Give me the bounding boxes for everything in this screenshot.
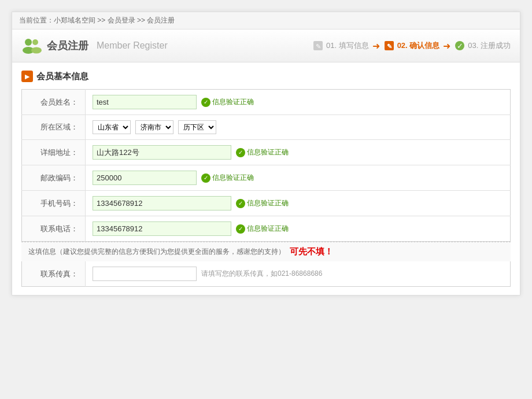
mobile-valid-msg: ✓ 信息验证正确 (236, 198, 289, 208)
svg-text:▶: ▶ (25, 73, 30, 80)
step-3: ✓ 03. 注册成功 (454, 40, 511, 51)
breadcrumb: 当前位置：小郑域名空间 >> 会员登录 >> 会员注册 (12, 12, 520, 29)
step-1-label: 01. 填写信息 (326, 40, 369, 51)
name-valid-msg: ✓ 信息验证正确 (201, 97, 254, 107)
members-icon (21, 35, 42, 56)
section-header: ▶ 会员基本信息 (21, 71, 511, 82)
zip-input[interactable] (93, 171, 197, 185)
optional-note: 这填信息（建议您提供完整的信息方便我们为您提供更全面的服务，感谢您的支持） 可先… (21, 242, 511, 261)
table-row-fax: 联系传真： 请填写您的联系传真，如021-86868686 (22, 261, 511, 287)
province-select[interactable]: 山东省 (93, 120, 131, 134)
step-1: ✎ 01. 填写信息 (312, 40, 369, 51)
address-valid-icon: ✓ (236, 148, 245, 157)
header-left: 会员注册 Member Register (21, 35, 168, 56)
fax-table: 联系传真： 请填写您的联系传真，如021-86868686 (21, 261, 511, 287)
mobile-valid-icon: ✓ (236, 199, 245, 208)
svg-point-0 (25, 39, 32, 46)
step-2-label: 02. 确认信息 (397, 40, 440, 51)
svg-text:✓: ✓ (457, 42, 463, 50)
table-row: 邮政编码： ✓ 信息验证正确 (22, 165, 511, 191)
content: ▶ 会员基本信息 会员姓名： ✓ 信息验证正确 (12, 62, 520, 295)
table-row: 所在区域： 山东省 济南市 历下区 (22, 115, 511, 140)
field-value-name: ✓ 信息验证正确 (86, 90, 511, 115)
field-label-fax: 联系传真： (22, 261, 86, 287)
svg-text:✎: ✎ (386, 43, 391, 50)
step1-icon: ✎ (312, 40, 324, 51)
section-title: 会员基本信息 (36, 71, 88, 82)
city-select[interactable]: 济南市 (135, 120, 173, 134)
zip-valid-icon: ✓ (201, 173, 210, 183)
address-valid-msg: ✓ 信息验证正确 (236, 147, 289, 157)
field-label-name: 会员姓名： (22, 90, 86, 115)
step2-icon: ✎ (383, 40, 395, 51)
steps: ✎ 01. 填写信息 ➜ ✎ 02. 确认信息 ➜ ✓ 03. 注册成功 (312, 40, 511, 51)
field-value-region: 山东省 济南市 历下区 (86, 115, 511, 140)
arrow-2: ➜ (443, 40, 450, 51)
page-header: 会员注册 Member Register ✎ 01. 填写信息 ➜ ✎ 02. … (12, 29, 520, 62)
step3-icon: ✓ (454, 40, 466, 51)
field-value-address: ✓ 信息验证正确 (86, 140, 511, 165)
can-skip-label: 可先不填！ (290, 246, 333, 257)
name-input[interactable] (93, 95, 197, 109)
field-value-mobile: ✓ 信息验证正确 (86, 191, 511, 216)
form-table: 会员姓名： ✓ 信息验证正确 所在区域： (21, 89, 511, 242)
fax-hint: 请填写您的联系传真，如021-86868686 (201, 269, 322, 279)
field-label-zip: 邮政编码： (22, 165, 86, 191)
mobile-input[interactable] (93, 196, 231, 210)
district-select[interactable]: 历下区 (178, 120, 216, 134)
phone-valid-msg: ✓ 信息验证正确 (236, 224, 289, 234)
phone-valid-icon: ✓ (236, 224, 245, 234)
field-label-mobile: 手机号码： (22, 191, 86, 216)
name-valid-icon: ✓ (201, 98, 210, 107)
field-label-address: 详细地址： (22, 140, 86, 165)
table-row: 手机号码： ✓ 信息验证正确 (22, 191, 511, 216)
field-label-phone: 联系电话： (22, 216, 86, 242)
svg-text:✎: ✎ (315, 43, 320, 50)
optional-note-text: 这填信息（建议您提供完整的信息方便我们为您提供更全面的服务，感谢您的支持） (28, 247, 285, 257)
field-value-zip: ✓ 信息验证正确 (86, 165, 511, 191)
address-input[interactable] (93, 145, 231, 160)
arrow-1: ➜ (372, 40, 380, 51)
page-title-cn: 会员注册 (47, 39, 88, 53)
table-row: 会员姓名： ✓ 信息验证正确 (22, 90, 511, 115)
section-icon: ▶ (21, 71, 33, 82)
page-title-en: Member Register (97, 40, 168, 51)
svg-point-2 (32, 39, 38, 45)
zip-valid-msg: ✓ 信息验证正确 (201, 173, 254, 183)
table-row: 联系电话： ✓ 信息验证正确 (22, 216, 511, 242)
step-2: ✎ 02. 确认信息 (383, 40, 440, 51)
phone-input[interactable] (93, 221, 231, 236)
field-value-phone: ✓ 信息验证正确 (86, 216, 511, 242)
field-value-fax: 请填写您的联系传真，如021-86868686 (86, 261, 511, 287)
fax-input[interactable] (93, 267, 197, 281)
step-3-label: 03. 注册成功 (468, 40, 511, 51)
field-label-region: 所在区域： (22, 115, 86, 140)
svg-point-3 (31, 47, 42, 54)
table-row: 详细地址： ✓ 信息验证正确 (22, 140, 511, 165)
